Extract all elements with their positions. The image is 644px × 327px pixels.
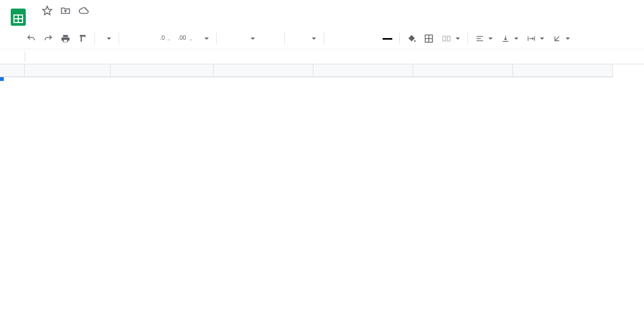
col-header-E[interactable]	[413, 64, 513, 77]
chevron-down-icon	[514, 38, 518, 40]
col-header-F[interactable]	[513, 64, 613, 77]
redo-button[interactable]	[41, 31, 56, 46]
toolbar: .0 ← .00 →	[0, 28, 644, 49]
decrease-decimal-button[interactable]: .0 ←	[158, 31, 173, 46]
vertical-align-button[interactable]	[498, 31, 522, 46]
star-icon[interactable]	[42, 5, 53, 16]
merge-cells-button[interactable]	[438, 31, 463, 46]
toolbar-separator	[324, 33, 324, 44]
svg-rect-5	[64, 40, 67, 42]
toolbar-separator	[399, 33, 400, 44]
svg-rect-11	[447, 36, 450, 41]
font-size-select[interactable]	[289, 31, 319, 46]
selection-fill-handle[interactable]	[0, 77, 4, 81]
toolbar-separator	[94, 33, 95, 44]
toolbar-separator	[216, 33, 217, 44]
menu-help[interactable]	[130, 18, 140, 23]
sheets-logo-icon[interactable]	[8, 6, 29, 28]
format-currency-button[interactable]	[123, 31, 138, 46]
fill-color-button[interactable]	[404, 31, 419, 46]
cloud-saved-icon[interactable]	[78, 5, 89, 16]
horizontal-align-button[interactable]	[472, 31, 496, 46]
borders-button[interactable]	[421, 31, 436, 46]
menu-file[interactable]	[33, 18, 43, 23]
chevron-down-icon	[204, 38, 209, 40]
spreadsheet-grid	[0, 64, 644, 77]
menu-bar	[33, 16, 640, 26]
select-all-corner[interactable]	[0, 64, 25, 77]
more-formats-select[interactable]	[197, 31, 212, 46]
print-button[interactable]	[58, 31, 73, 46]
chevron-down-icon	[107, 38, 111, 40]
col-header-B[interactable]	[111, 64, 214, 77]
format-percent-button[interactable]	[141, 31, 156, 46]
chevron-down-icon	[456, 38, 460, 40]
strikethrough-button[interactable]	[363, 31, 378, 46]
menu-form[interactable]	[108, 18, 118, 23]
menu-tools[interactable]	[98, 18, 107, 23]
text-rotation-button[interactable]	[550, 31, 573, 46]
zoom-select[interactable]	[99, 31, 114, 46]
chevron-down-icon	[566, 38, 570, 40]
chevron-down-icon	[540, 38, 544, 40]
menu-insert[interactable]	[65, 18, 75, 23]
menu-addons[interactable]	[119, 18, 129, 23]
toolbar-separator	[284, 33, 285, 44]
menu-edit[interactable]	[44, 18, 54, 23]
chevron-down-icon	[312, 38, 316, 40]
menu-format[interactable]	[76, 18, 86, 23]
undo-button[interactable]	[24, 31, 39, 46]
move-to-folder-icon[interactable]	[60, 5, 71, 16]
font-family-select[interactable]	[221, 31, 280, 46]
menu-data[interactable]	[87, 18, 97, 23]
col-header-D[interactable]	[313, 64, 413, 77]
text-color-button[interactable]	[380, 31, 395, 46]
svg-point-6	[414, 40, 415, 42]
text-wrap-button[interactable]	[524, 31, 547, 46]
toolbar-separator	[467, 33, 468, 44]
paint-format-button[interactable]	[75, 31, 90, 46]
bold-button[interactable]	[328, 31, 343, 46]
formula-bar	[0, 49, 644, 64]
col-header-C[interactable]	[214, 64, 313, 77]
svg-rect-10	[443, 36, 445, 41]
cell-selection	[0, 77, 2, 79]
toolbar-separator	[119, 33, 119, 44]
formula-input[interactable]	[25, 53, 644, 61]
chevron-down-icon	[251, 38, 255, 40]
col-header-A[interactable]	[25, 64, 111, 77]
italic-button[interactable]	[346, 31, 361, 46]
increase-decimal-button[interactable]: .00 →	[175, 31, 195, 46]
chevron-down-icon	[488, 38, 493, 40]
menu-view[interactable]	[55, 18, 64, 23]
svg-marker-4	[43, 6, 52, 15]
